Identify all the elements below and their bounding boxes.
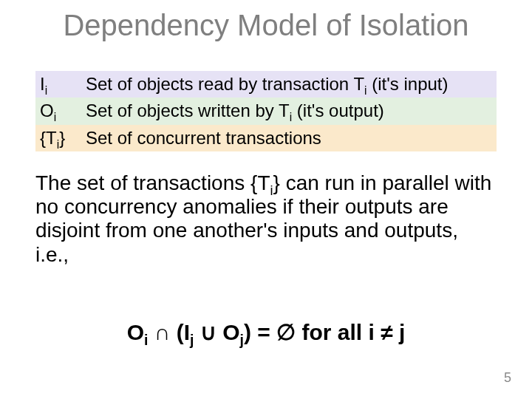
definitions-table: Ii Set of objects read by transaction Ti…: [35, 71, 497, 151]
body-paragraph: The set of transactions {Ti} can run in …: [35, 171, 497, 267]
table-row: Ii Set of objects read by transaction Ti…: [35, 71, 497, 98]
formula-line: Oi ∩ (Ij ∪ Oj) = ∅ for all i ≠ j: [0, 319, 532, 345]
def-symbol: Ii: [35, 71, 81, 98]
def-symbol: {Ti}: [35, 125, 81, 151]
page-number: 5: [504, 370, 511, 386]
table-row: {Ti} Set of concurrent transactions: [35, 125, 497, 151]
slide: Dependency Model of Isolation Ii Set of …: [0, 0, 532, 399]
def-symbol: Oi: [35, 98, 81, 124]
def-description: Set of objects written by Ti (it's outpu…: [81, 98, 497, 124]
def-description: Set of objects read by transaction Ti (i…: [81, 71, 497, 98]
slide-title: Dependency Model of Isolation: [0, 9, 532, 42]
table-row: Oi Set of objects written by Ti (it's ou…: [35, 98, 497, 124]
def-description: Set of concurrent transactions: [81, 125, 497, 151]
